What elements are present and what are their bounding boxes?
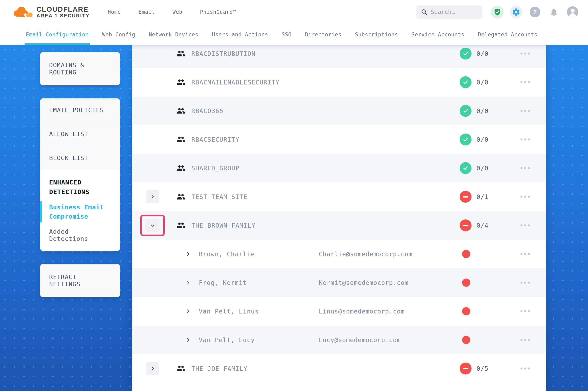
minus-icon — [460, 363, 471, 375]
sidebar-item-label: Added Detections — [49, 228, 88, 242]
sidebar-item-retract-settings[interactable]: RETRACT SETTINGS — [40, 264, 120, 297]
row-actions-button[interactable] — [520, 251, 531, 257]
tab-network-devices[interactable]: Network Devices — [149, 24, 198, 45]
nav-email[interactable]: Email — [139, 9, 155, 15]
group-name: THE BROWN FAMILY — [191, 222, 256, 229]
sidebar-item-domains-routing[interactable]: DOMAINS & ROUTING — [40, 52, 120, 85]
sidebar-item-email-policies[interactable]: EMAIL POLICIES — [40, 98, 120, 122]
member-email: Kermit@somedemocorp.com — [319, 279, 409, 286]
shield-check-icon — [493, 8, 501, 16]
collapse-group-button[interactable] — [146, 219, 159, 232]
table-row: THE BROWN FAMILY 0/4 — [132, 211, 546, 240]
active-item-indicator — [40, 201, 42, 222]
row-actions-button[interactable] — [520, 222, 531, 228]
status-count: 0/0 — [476, 136, 488, 143]
sidebar-item-label: Business Email Compromise — [49, 204, 104, 220]
row-actions-button[interactable] — [520, 337, 531, 343]
group-icon — [176, 192, 186, 201]
cloudflare-logo: CLOUDFLARE AREA 1 SECURITY — [12, 5, 90, 19]
enhanced-detections-section: ENHANCED DETECTIONS Business Email Compr… — [40, 170, 120, 251]
group-name: RBACSECURITY — [191, 136, 240, 143]
status-badge: 0/0 — [460, 134, 488, 145]
row-actions-button[interactable] — [520, 79, 531, 85]
table-row: RBACDISTRUBUTION 0/0 — [132, 45, 546, 68]
row-actions-button[interactable] — [520, 308, 531, 314]
expand-group-button[interactable] — [146, 362, 159, 375]
nav-home[interactable]: Home — [108, 9, 121, 15]
account-button[interactable] — [566, 6, 579, 18]
group-name: THE JOE FAMILY — [191, 365, 248, 372]
minus-icon — [460, 191, 471, 203]
chevron-right-icon — [150, 194, 155, 199]
settings-button[interactable] — [510, 6, 522, 18]
search-box[interactable] — [417, 5, 482, 19]
table-row: Frog, Kermit Kermit@somedemocorp.com — [132, 268, 546, 297]
row-actions-button[interactable] — [520, 108, 531, 114]
brand-subtitle: AREA 1 SECURITY — [36, 13, 90, 19]
row-actions-button[interactable] — [520, 136, 531, 143]
member-name: Van Pelt, Linus — [199, 308, 259, 315]
table-row: Van Pelt, Lucy Lucy@somedemocorp.com — [132, 326, 546, 354]
group-name: TEST TEAM SITE — [191, 193, 248, 200]
avatar-icon — [567, 6, 578, 18]
status-count: 0/0 — [476, 79, 488, 86]
sidebar-item-label: RETRACT SETTINGS — [49, 273, 80, 288]
status-badge: 0/1 — [460, 191, 488, 203]
status-badge: 0/5 — [460, 363, 488, 375]
sidebar-item-added-detections[interactable]: Added Detections — [49, 228, 111, 242]
help-button[interactable]: ? — [529, 6, 541, 18]
tab-service-accounts[interactable]: Service Accounts — [412, 24, 464, 45]
notifications-button[interactable] — [548, 6, 560, 18]
row-actions-button[interactable] — [520, 51, 531, 57]
bell-icon — [549, 7, 558, 16]
primary-nav: Home Email Web PhishGuard™ — [108, 9, 236, 15]
member-email: Linus@somedemocorp.com — [319, 308, 405, 315]
check-icon — [460, 134, 471, 145]
top-bar: CLOUDFLARE AREA 1 SECURITY Home Email We… — [0, 0, 588, 24]
group-icon — [176, 49, 186, 58]
config-tab-bar: Email Configuration Web Config Network D… — [0, 24, 588, 45]
status-count: 0/0 — [476, 164, 488, 172]
sidebar-item-block-list[interactable]: BLOCK LIST — [40, 146, 120, 170]
row-actions-button[interactable] — [520, 365, 531, 372]
brand-title: CLOUDFLARE — [36, 5, 90, 13]
tab-web-config[interactable]: Web Config — [102, 24, 135, 45]
group-icon — [176, 221, 186, 230]
sidebar-item-business-email-compromise[interactable]: Business Email Compromise — [49, 203, 111, 221]
tab-directories[interactable]: Directories — [305, 24, 341, 45]
search-input[interactable] — [431, 8, 478, 15]
group-name: RBACMAILENABLESECURITY — [191, 79, 280, 86]
table-row: RBACMAILENABLESECURITY 0/0 — [132, 68, 546, 97]
group-icon — [176, 364, 186, 373]
status-count: 0/0 — [476, 107, 488, 114]
sidebar-item-label: ALLOW LIST — [49, 130, 88, 138]
expand-group-button[interactable] — [146, 190, 159, 203]
status-badge: 0/0 — [460, 76, 488, 88]
row-actions-button[interactable] — [520, 165, 531, 171]
group-name: RBACO365 — [191, 107, 224, 114]
nav-web[interactable]: Web — [173, 9, 182, 15]
tab-delegated-accounts[interactable]: Delegated Accounts — [478, 24, 537, 45]
groups-table: RBACDISTRUBUTION 0/0 RBACMAILENABLESECUR… — [132, 45, 546, 383]
email-policies-card: EMAIL POLICIES ALLOW LIST BLOCK LIST ENH… — [40, 98, 120, 251]
tab-subscriptions[interactable]: Subscriptions — [355, 24, 398, 45]
row-actions-button[interactable] — [520, 280, 531, 286]
tab-sso[interactable]: SSO — [282, 24, 291, 45]
status-count: 0/0 — [476, 50, 488, 57]
sidebar-item-allow-list[interactable]: ALLOW LIST — [40, 122, 120, 146]
status-badge: 0/4 — [460, 219, 488, 231]
tab-email-configuration[interactable]: Email Configuration — [26, 24, 89, 45]
sidebar-item-label: DOMAINS & ROUTING — [49, 62, 84, 76]
table-row: RBACO365 0/0 — [132, 97, 546, 125]
member-name: Brown, Charlie — [199, 251, 255, 258]
security-status-button[interactable] — [491, 6, 504, 18]
status-badge: 0/0 — [460, 48, 488, 60]
group-icon — [176, 135, 186, 144]
minus-icon — [460, 219, 471, 231]
nav-phishguard[interactable]: PhishGuard™ — [200, 9, 236, 15]
row-actions-button[interactable] — [520, 194, 531, 200]
tab-users-and-actions[interactable]: Users and Actions — [212, 24, 268, 45]
status-badge: 0/0 — [460, 162, 488, 174]
check-icon — [460, 162, 471, 174]
header-icon-bar: ? — [491, 6, 579, 18]
